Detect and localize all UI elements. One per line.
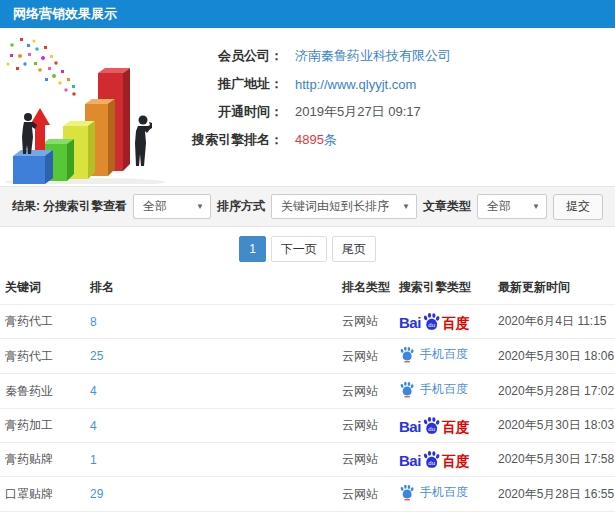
keyword-cell: 膏药贴牌	[0, 443, 85, 477]
open-time-label: 开通时间：	[175, 103, 283, 121]
updated-cell: 2020年5月30日 18:06	[493, 339, 615, 374]
mobile-baidu-label: 手机百度	[420, 381, 468, 398]
company-info-list: 会员公司： 济南秦鲁药业科技有限公司 推广地址： http://www.qlyy…	[175, 34, 451, 178]
company-name-link[interactable]: 济南秦鲁药业科技有限公司	[295, 47, 451, 65]
info-row-url: 推广地址： http://www.qlyyjt.com	[175, 70, 451, 98]
rank-type-cell: 云网站	[337, 339, 397, 374]
page-header: 网络营销效果展示	[0, 0, 615, 28]
col-keyword: 关键词	[0, 271, 85, 305]
mobile-baidu-paw-icon	[399, 346, 415, 363]
rank-cell[interactable]: 29	[85, 477, 337, 512]
table-row: 膏药贴牌 1 云网站 Bai du 百度 2020年5月30日 17:58	[0, 443, 615, 477]
baidu-logo-bai: Bai	[399, 315, 421, 330]
updated-cell: 2020年6月20日 09:25	[493, 512, 615, 520]
rank-type-cell: 云网站	[337, 443, 397, 477]
bar-blue	[13, 150, 53, 184]
ranking-table: 关键词 排名 排名类型 搜索引擎类型 最新更新时间 膏药代工 8 云网站 Bai…	[0, 271, 615, 520]
engine-cell: 手机百度	[397, 374, 493, 409]
growth-chart-illustration	[0, 34, 175, 184]
updated-cell: 2020年5月28日 17:02	[493, 374, 615, 409]
open-time-value: 2019年5月27日 09:17	[295, 103, 421, 121]
baidu-logo: Bai du 百度	[399, 312, 470, 330]
page-title: 网络营销效果展示	[13, 5, 117, 23]
engine-filter-select[interactable]: 全部 ▼	[133, 194, 211, 219]
baidu-paw-icon: du	[422, 450, 441, 469]
svg-text:du: du	[428, 322, 435, 328]
keyword-cell: 膏药代工	[0, 305, 85, 339]
updated-cell: 2020年5月30日 18:03	[493, 409, 615, 443]
mobile-baidu-label: 手机百度	[420, 484, 468, 501]
baidu-logo-bai: Bai	[399, 453, 421, 468]
article-type-value: 全部	[487, 198, 511, 215]
keyword-cell: 秦鲁药业	[0, 374, 85, 409]
keyword-cell: 膏药加工	[0, 409, 85, 443]
next-page-button[interactable]: 下一页	[271, 236, 327, 262]
keyword-cell: 金华防护服	[0, 512, 85, 520]
baidu-logo-cn: 百度	[442, 420, 470, 434]
filter-controls: 分搜索引擎查看 全部 ▼ 排序方式 关键词由短到长排序 ▼ 文章类型 全部 ▼ …	[43, 194, 603, 220]
info-row-open-time: 开通时间： 2019年5月27日 09:17	[175, 98, 451, 126]
baidu-paw-icon: du	[422, 416, 441, 435]
rank-type-cell: 云网站	[337, 512, 397, 520]
mobile-baidu-badge: 手机百度	[399, 381, 468, 398]
submit-button[interactable]: 提交	[553, 194, 603, 220]
confetti-dots	[7, 38, 76, 96]
baidu-logo: Bai du 百度	[399, 450, 470, 468]
rank-type-cell: 云网站	[337, 305, 397, 339]
company-label: 会员公司：	[175, 47, 283, 65]
updated-cell: 2020年5月28日 16:55	[493, 477, 615, 512]
engine-cell: Bai du 百度	[397, 305, 493, 339]
engine-cell: 手机百度	[397, 512, 493, 520]
rank-cell[interactable]: 4	[85, 409, 337, 443]
baidu-logo-bai: Bai	[399, 419, 421, 434]
engine-filter-label: 分搜索引擎查看	[43, 198, 127, 215]
rank-cell[interactable]: 25	[85, 339, 337, 374]
rank-cell[interactable]: 8	[85, 305, 337, 339]
sort-value: 关键词由短到长排序	[281, 198, 389, 215]
thinking-man-figure	[135, 116, 152, 167]
table-row: 金华防护服 17,25 云网站 手机百度 2020年6月20日 09:25	[0, 512, 615, 520]
col-rank: 排名	[85, 271, 337, 305]
keyword-cell: 口罩贴牌	[0, 477, 85, 512]
mobile-baidu-paw-icon	[399, 381, 415, 398]
col-engine-type: 搜索引擎类型	[397, 271, 493, 305]
engine-cell: 手机百度	[397, 477, 493, 512]
rank-count-number: 4895	[295, 132, 324, 147]
rank-cell[interactable]: 17,25	[85, 512, 337, 520]
mobile-baidu-label: 手机百度	[420, 346, 468, 363]
baidu-logo: Bai du 百度	[399, 416, 470, 434]
updated-cell: 2020年6月4日 11:15	[493, 305, 615, 339]
article-type-label: 文章类型	[423, 198, 471, 215]
svg-text:du: du	[428, 426, 435, 432]
baidu-logo-cn: 百度	[442, 454, 470, 468]
page-button-current[interactable]: 1	[239, 236, 266, 262]
engine-cell: Bai du 百度	[397, 443, 493, 477]
rank-cell[interactable]: 4	[85, 374, 337, 409]
last-page-button[interactable]: 尾页	[332, 236, 376, 262]
sort-select[interactable]: 关键词由短到长排序 ▼	[271, 194, 417, 219]
result-section-label: 结果:	[12, 198, 40, 215]
engine-cell: Bai du 百度	[397, 409, 493, 443]
rank-cell[interactable]: 1	[85, 443, 337, 477]
rank-count-value: 4895条	[295, 131, 337, 149]
chevron-down-icon: ▼	[532, 202, 540, 211]
promo-url-label: 推广地址：	[175, 75, 283, 93]
rank-type-cell: 云网站	[337, 477, 397, 512]
sort-label: 排序方式	[217, 198, 265, 215]
svg-text:du: du	[428, 460, 435, 466]
chevron-down-icon: ▼	[196, 202, 204, 211]
info-row-company: 会员公司： 济南秦鲁药业科技有限公司	[175, 42, 451, 70]
mobile-baidu-paw-icon	[399, 484, 415, 501]
table-row: 口罩贴牌 29 云网站 手机百度 2020年5月28日 16:55	[0, 477, 615, 512]
engine-cell: 手机百度	[397, 339, 493, 374]
article-type-select[interactable]: 全部 ▼	[477, 194, 547, 219]
updated-cell: 2020年5月30日 17:58	[493, 443, 615, 477]
table-row: 膏药代工 8 云网站 Bai du 百度 2020年6月4日 11:15	[0, 305, 615, 339]
baidu-logo-cn: 百度	[442, 316, 470, 330]
result-filter-bar: 结果: 分搜索引擎查看 全部 ▼ 排序方式 关键词由短到长排序 ▼ 文章类型 全…	[0, 186, 615, 227]
chevron-down-icon: ▼	[402, 202, 410, 211]
mobile-baidu-badge: 手机百度	[399, 346, 468, 363]
promo-url-link[interactable]: http://www.qlyyjt.com	[295, 77, 416, 92]
table-row: 秦鲁药业 4 云网站 手机百度 2020年5月28日 17:02	[0, 374, 615, 409]
table-row: 膏药代工 25 云网站 手机百度 2020年5月30日 18:06	[0, 339, 615, 374]
